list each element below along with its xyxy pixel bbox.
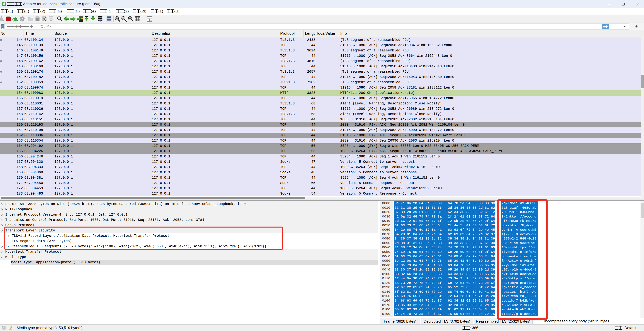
svg-text:2: 2 <box>148 19 149 21</box>
svg-text:1: 1 <box>150 17 152 19</box>
svg-text:3: 3 <box>150 19 152 21</box>
